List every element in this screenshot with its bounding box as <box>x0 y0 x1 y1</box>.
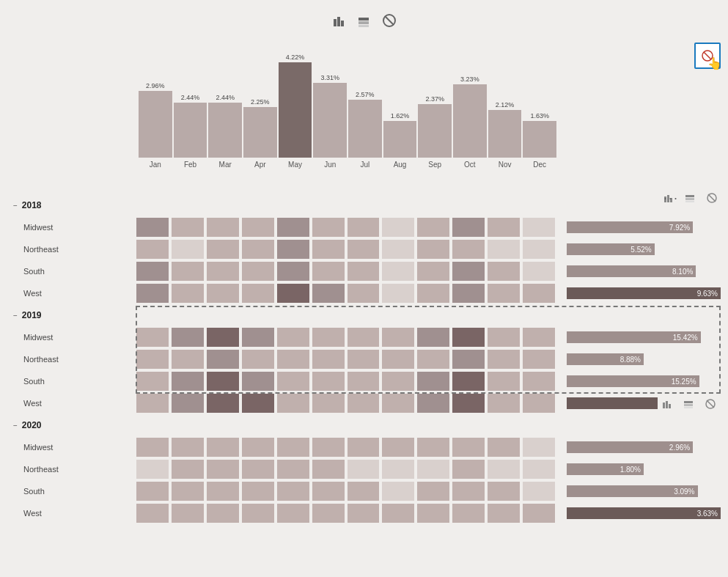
heatmap-cell[interactable] <box>348 372 380 391</box>
heatmap-cell[interactable] <box>523 504 555 523</box>
clear-icon-highlighted[interactable]: 👆 <box>694 43 721 69</box>
heatmap-cell[interactable] <box>382 284 414 303</box>
heatmap-cell[interactable] <box>312 240 345 259</box>
heatmap-cell[interactable] <box>452 504 485 523</box>
heatmap-cell[interactable] <box>136 350 169 369</box>
chart-icon-2019[interactable] <box>659 395 677 413</box>
bar-rect[interactable] <box>243 107 277 158</box>
heatmap-cell[interactable] <box>207 394 239 413</box>
heatmap-cell[interactable] <box>523 372 555 391</box>
heatmap-cell[interactable] <box>452 438 485 457</box>
heatmap-cell[interactable] <box>242 218 274 237</box>
bar-rect[interactable] <box>383 121 417 158</box>
heatmap-cell[interactable] <box>312 218 345 237</box>
heatmap-cell[interactable] <box>488 328 520 347</box>
heatmap-cell[interactable] <box>312 394 345 413</box>
heatmap-cell[interactable] <box>172 372 204 391</box>
heatmap-cell[interactable] <box>452 240 485 259</box>
heatmap-cell[interactable] <box>136 284 169 303</box>
heatmap-cell[interactable] <box>348 438 380 457</box>
heatmap-cell[interactable] <box>242 460 274 479</box>
heatmap-cell[interactable] <box>382 460 414 479</box>
heatmap-cell[interactable] <box>417 262 449 281</box>
heatmap-cell[interactable] <box>172 284 204 303</box>
bar-rect[interactable] <box>348 100 382 158</box>
heatmap-cell[interactable] <box>488 350 520 369</box>
heatmap-cell[interactable] <box>488 504 520 523</box>
heatmap-cell[interactable] <box>207 460 239 479</box>
bar-rect[interactable] <box>139 91 172 158</box>
heatmap-cell[interactable] <box>523 350 555 369</box>
heatmap-cell[interactable] <box>136 460 169 479</box>
right-bar[interactable]: 8.10% <box>567 265 696 277</box>
heatmap-cell[interactable] <box>523 328 555 347</box>
heatmap-cell[interactable] <box>488 218 520 237</box>
right-bar[interactable]: 1.80% <box>567 463 644 475</box>
heatmap-cell[interactable] <box>348 460 380 479</box>
bar-rect[interactable] <box>208 103 242 158</box>
heatmap-cell[interactable] <box>242 350 274 369</box>
heatmap-cell[interactable] <box>523 394 555 413</box>
heatmap-cell[interactable] <box>382 504 414 523</box>
heatmap-cell[interactable] <box>523 240 555 259</box>
heatmap-cell[interactable] <box>348 350 380 369</box>
right-bar[interactable]: 3.09% <box>567 485 698 497</box>
heatmap-cell[interactable] <box>417 394 449 413</box>
heatmap-cell[interactable] <box>382 350 414 369</box>
heatmap-cell[interactable] <box>136 482 169 501</box>
heatmap-cell[interactable] <box>312 482 345 501</box>
heatmap-cell[interactable] <box>382 482 414 501</box>
heatmap-cell[interactable] <box>172 262 204 281</box>
chart-icon-small2[interactable] <box>682 189 699 207</box>
heatmap-cell[interactable] <box>207 262 239 281</box>
clear-icon-2019[interactable] <box>702 395 719 413</box>
right-bar[interactable]: 15.25% <box>567 375 699 387</box>
heatmap-cell[interactable] <box>382 328 414 347</box>
heatmap-cell[interactable] <box>242 262 274 281</box>
heatmap-cell[interactable] <box>242 438 274 457</box>
heatmap-cell[interactable] <box>382 394 414 413</box>
clear-filter-icon[interactable] <box>380 12 398 29</box>
right-bar[interactable]: 15.42% <box>567 331 701 343</box>
heatmap-cell[interactable] <box>417 460 449 479</box>
heatmap-cell[interactable] <box>488 262 520 281</box>
heatmap-cell[interactable] <box>348 482 380 501</box>
heatmap-cell[interactable] <box>136 504 169 523</box>
bar-rect[interactable] <box>279 62 312 158</box>
heatmap-cell[interactable] <box>277 394 309 413</box>
chart-stacked-icon[interactable] <box>356 12 373 29</box>
heatmap-cell[interactable] <box>277 504 309 523</box>
heatmap-cell[interactable] <box>136 394 169 413</box>
heatmap-cell[interactable] <box>488 284 520 303</box>
heatmap-cell[interactable] <box>172 350 204 369</box>
bar-rect[interactable] <box>488 110 522 158</box>
right-bar[interactable]: 3.63% <box>567 507 721 519</box>
heatmap-cell[interactable] <box>242 394 274 413</box>
more-options-menu[interactable]: ··· <box>663 191 679 206</box>
heatmap-cell[interactable] <box>452 460 485 479</box>
heatmap-cell[interactable] <box>452 394 485 413</box>
heatmap-cell[interactable] <box>242 284 274 303</box>
heatmap-cell[interactable] <box>172 482 204 501</box>
heatmap-cell[interactable] <box>488 394 520 413</box>
heatmap-cell[interactable] <box>417 372 449 391</box>
heatmap-cell[interactable] <box>417 328 449 347</box>
heatmap-cell[interactable] <box>312 350 345 369</box>
heatmap-cell[interactable] <box>136 372 169 391</box>
bar-rect[interactable] <box>523 121 556 158</box>
heatmap-cell[interactable] <box>348 504 380 523</box>
heatmap-cell[interactable] <box>348 284 380 303</box>
heatmap-cell[interactable] <box>172 394 204 413</box>
right-bar[interactable]: 5.52% <box>567 243 655 255</box>
bar-rect[interactable] <box>174 103 207 158</box>
heatmap-cell[interactable] <box>417 350 449 369</box>
heatmap-cell[interactable] <box>348 240 380 259</box>
bar-rect[interactable] <box>313 83 347 158</box>
heatmap-cell[interactable] <box>488 438 520 457</box>
right-bar[interactable]: 9.63% <box>567 287 721 299</box>
heatmap-cell[interactable] <box>172 218 204 237</box>
heatmap-cell[interactable] <box>348 262 380 281</box>
heatmap-cell[interactable] <box>488 372 520 391</box>
heatmap-cell[interactable] <box>242 328 274 347</box>
heatmap-cell[interactable] <box>136 262 169 281</box>
